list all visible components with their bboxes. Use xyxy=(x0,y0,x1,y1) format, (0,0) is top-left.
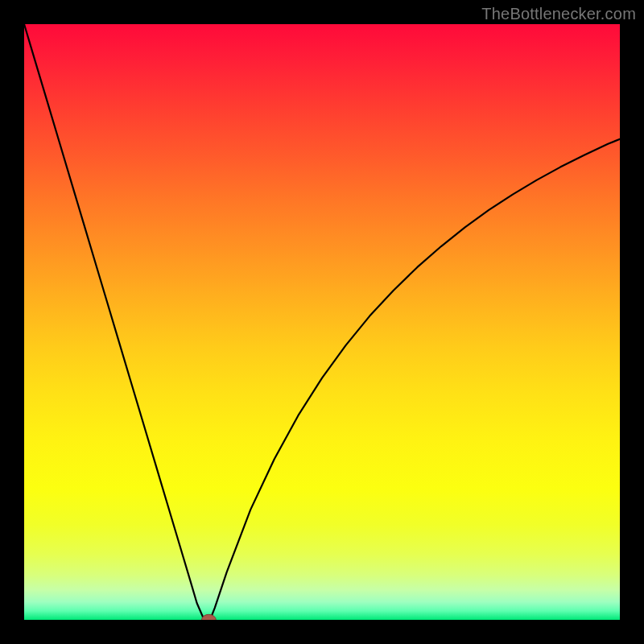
chart-gradient-background xyxy=(24,24,620,620)
chart-svg xyxy=(24,24,620,620)
bottleneck-curve-line xyxy=(24,24,620,620)
attribution-text: TheBottlenecker.com xyxy=(481,5,636,23)
optimum-point-marker xyxy=(202,614,217,620)
chart-frame: TheBottlenecker.com xyxy=(0,0,644,644)
